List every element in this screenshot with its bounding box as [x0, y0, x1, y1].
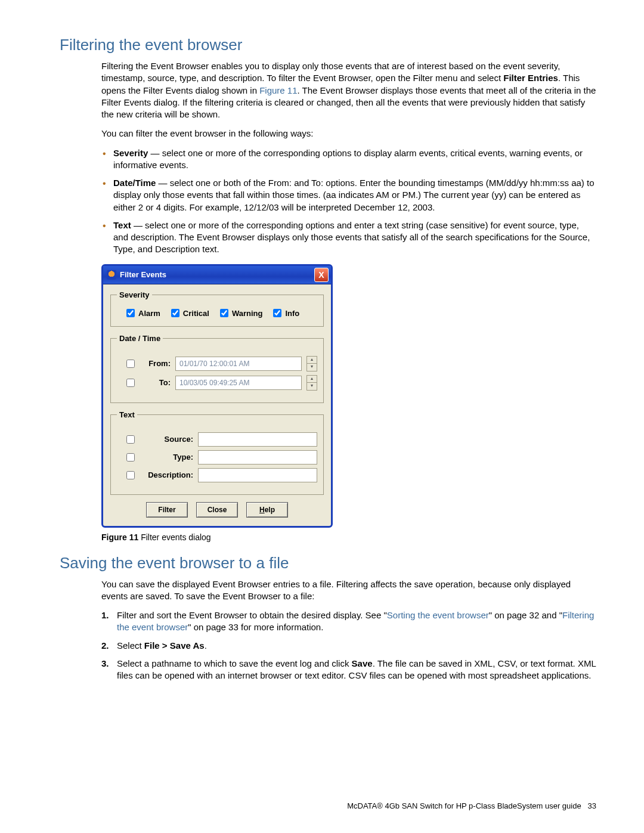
type-input[interactable]	[198, 450, 317, 465]
bullet-severity: Severity — select one or more of the cor…	[101, 147, 596, 172]
section-title-saving: Saving the event browser to a file	[60, 554, 596, 572]
filter-bullet-list: Severity — select one or more of the cor…	[101, 147, 596, 256]
step1-mid: " on page 32 and "	[489, 610, 562, 620]
type-label: Type:	[140, 453, 193, 462]
dialog-title: Filter Events	[120, 270, 166, 279]
para-filter-ways: You can filter the event browser in the …	[101, 128, 596, 140]
filter-events-dialog: Filter Events X Severity Alarm Critical …	[101, 264, 333, 528]
from-input[interactable]	[175, 357, 302, 371]
step1-pre: Filter and sort the Event Browser to obt…	[117, 610, 387, 620]
to-input[interactable]	[175, 376, 302, 390]
text-legend: Text	[117, 410, 137, 419]
bullet-text: Text — select one or more of the corresp…	[101, 219, 596, 256]
to-checkbox[interactable]	[126, 379, 135, 387]
step3-bold: Save	[352, 658, 373, 668]
saving-steps: Filter and sort the Event Browser to obt…	[101, 609, 596, 682]
figure-caption-label: Figure 11	[101, 532, 138, 542]
para-saving-intro: You can save the displayed Event Browser…	[101, 578, 596, 603]
bullet-datetime: Date/Time — select one or both of the Fr…	[101, 177, 596, 213]
from-spinner[interactable]: ▴▾	[306, 356, 317, 371]
type-checkbox[interactable]	[126, 453, 135, 462]
bullet-text-label: Text	[113, 220, 131, 230]
text-group: Text Source: Type: Description:	[110, 410, 324, 495]
spinner-down-icon[interactable]: ▾	[307, 383, 317, 390]
description-input[interactable]	[198, 468, 317, 482]
to-label: To:	[140, 378, 171, 387]
step-2: Select File > Save As.	[101, 640, 596, 652]
step3-pre: Select a pathname to which to save the e…	[117, 658, 352, 668]
step2-pre: Select	[117, 640, 144, 651]
spinner-up-icon[interactable]: ▴	[307, 357, 317, 364]
bullet-text-text: — select one or more of the correspondin…	[113, 220, 590, 255]
warning-checkbox-input[interactable]	[220, 309, 228, 317]
warning-checkbox[interactable]: Warning	[220, 309, 263, 318]
spinner-down-icon[interactable]: ▾	[307, 364, 317, 371]
close-button[interactable]: Close	[196, 502, 238, 518]
footer-text: McDATA® 4Gb SAN Switch for HP p-Class Bl…	[347, 801, 581, 810]
info-label: Info	[285, 309, 299, 318]
help-rest: elp	[265, 506, 275, 514]
filter-entries-bold: Filter Entries	[503, 73, 558, 83]
filter-button[interactable]: Filter	[146, 502, 188, 518]
severity-legend: Severity	[117, 290, 152, 299]
alarm-checkbox-input[interactable]	[126, 309, 135, 317]
description-checkbox[interactable]	[126, 471, 135, 479]
help-button[interactable]: Help	[246, 502, 288, 518]
figure-link-inline[interactable]: Figure 11	[259, 85, 297, 95]
figure-caption: Figure 11 Filter events dialog	[101, 532, 596, 542]
datetime-group: Date / Time From: ▴▾ To: ▴▾	[110, 334, 324, 403]
alarm-checkbox[interactable]: Alarm	[126, 309, 160, 318]
para1-a: Filtering the Event Browser enables you …	[101, 61, 560, 83]
bullet-datetime-text: — select one or both of the From: and To…	[113, 178, 595, 212]
info-checkbox-input[interactable]	[273, 309, 281, 317]
page-footer: McDATA® 4Gb SAN Switch for HP p-Class Bl…	[347, 801, 596, 810]
info-checkbox[interactable]: Info	[273, 309, 299, 318]
bullet-severity-text: — select one or more of the correspondin…	[113, 148, 583, 170]
section-title-filtering: Filtering the event browser	[60, 36, 596, 54]
from-checkbox[interactable]	[126, 360, 135, 368]
warning-label: Warning	[232, 309, 263, 318]
source-input[interactable]	[198, 432, 317, 447]
severity-group: Severity Alarm Critical Warning Info	[110, 290, 324, 327]
from-label: From:	[140, 359, 171, 368]
step2-bold: File > Save As	[144, 640, 205, 651]
link-sorting[interactable]: Sorting the event browser	[387, 610, 489, 620]
step1-post: " on page 33 for more information.	[188, 622, 323, 632]
source-label: Source:	[140, 435, 193, 444]
critical-checkbox[interactable]: Critical	[171, 309, 209, 318]
step2-post: .	[205, 640, 207, 651]
critical-checkbox-input[interactable]	[171, 309, 179, 317]
source-checkbox[interactable]	[126, 435, 135, 444]
dialog-titlebar[interactable]: Filter Events X	[103, 266, 331, 284]
bullet-datetime-label: Date/Time	[113, 178, 156, 188]
help-underline: H	[259, 506, 265, 514]
description-label: Description:	[140, 470, 193, 479]
step-1: Filter and sort the Event Browser to obt…	[101, 609, 596, 634]
bullet-severity-label: Severity	[113, 148, 148, 158]
to-spinner[interactable]: ▴▾	[306, 375, 317, 391]
close-icon[interactable]: X	[314, 268, 329, 282]
datetime-legend: Date / Time	[117, 334, 163, 343]
footer-page: 33	[588, 801, 596, 810]
step-3: Select a pathname to which to save the e…	[101, 658, 596, 682]
spinner-up-icon[interactable]: ▴	[307, 376, 317, 383]
alarm-label: Alarm	[138, 309, 160, 318]
java-icon	[107, 270, 116, 280]
figure-caption-text: Filter events dialog	[138, 532, 210, 542]
para-filtering-intro: Filtering the Event Browser enables you …	[101, 60, 596, 120]
critical-label: Critical	[183, 309, 209, 318]
